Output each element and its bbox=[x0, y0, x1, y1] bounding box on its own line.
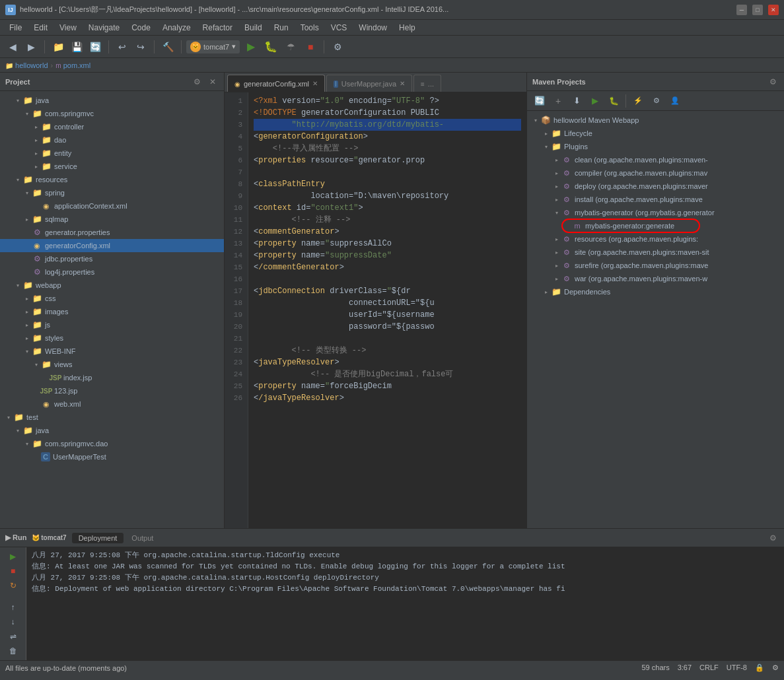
tree-item-generator.properties[interactable]: ⚙generator.properties bbox=[0, 226, 224, 239]
tree-item-views[interactable]: ▾📁views bbox=[0, 358, 224, 371]
maven-item-install[interactable]: ▸⚙install (org.apache.maven.plugins:mave bbox=[527, 193, 784, 206]
maven-generate-btn[interactable]: ⚙ bbox=[648, 92, 665, 110]
menu-item-build[interactable]: Build bbox=[239, 22, 267, 34]
maximize-button[interactable]: □ bbox=[752, 5, 763, 15]
tree-item-css[interactable]: ▸📁css bbox=[0, 292, 224, 305]
maven-item-deploy[interactable]: ▸⚙deploy (org.apache.maven.plugins:maver bbox=[527, 180, 784, 193]
menu-item-vcs[interactable]: VCS bbox=[326, 22, 353, 34]
maven-refresh-btn[interactable]: 🔄 bbox=[531, 92, 548, 110]
open-button[interactable]: 📁 bbox=[50, 38, 67, 55]
maven-item-mybatis-generator-generate[interactable]: mmybatis-generator:generate bbox=[527, 219, 784, 232]
forward-button[interactable]: ▶ bbox=[22, 38, 40, 55]
tree-item-log4j.properties[interactable]: ⚙log4j.properties bbox=[0, 265, 224, 279]
editor-tab----[interactable]: ≡... bbox=[413, 75, 441, 92]
menu-item-view[interactable]: View bbox=[54, 22, 82, 34]
undo-button[interactable]: ↩ bbox=[114, 38, 131, 55]
maven-run-btn[interactable]: ▶ bbox=[587, 92, 604, 110]
tree-item-test[interactable]: ▾📁test bbox=[0, 411, 224, 424]
stop-button[interactable]: ■ bbox=[302, 38, 319, 55]
breadcrumb-file[interactable]: m pom.xml bbox=[55, 61, 90, 69]
tree-item-test-java[interactable]: ▾📁java bbox=[0, 424, 224, 437]
menu-item-help[interactable]: Help bbox=[394, 22, 421, 34]
panel-settings-btn[interactable]: ⚙ bbox=[191, 76, 203, 88]
tree-item-styles[interactable]: ▸📁styles bbox=[0, 331, 224, 345]
breadcrumb-project[interactable]: 📁 helloworld bbox=[5, 61, 48, 69]
tree-item-sqlmap[interactable]: ▸📁sqlmap bbox=[0, 213, 224, 226]
tree-item-UserMapperTest[interactable]: CUserMapperTest bbox=[0, 450, 224, 463]
close-button[interactable]: ✕ bbox=[768, 5, 779, 15]
maven-item-helloworld[interactable]: ▾📦helloworld Maven Webapp bbox=[527, 114, 784, 127]
tree-item-generatorConfig.xml[interactable]: ◉generatorConfig.xml bbox=[0, 239, 224, 252]
maven-item-mybatis-generator[interactable]: ▾⚙mybatis-generator (org.mybatis.g.gener… bbox=[527, 206, 784, 219]
tree-item-index.jsp[interactable]: JSPindex.jsp bbox=[0, 371, 224, 384]
tree-item-webapp[interactable]: ▾📁webapp bbox=[0, 279, 224, 292]
maven-item-compiler[interactable]: ▸⚙compiler (org.apache.maven.plugins:mav bbox=[527, 166, 784, 180]
maven-profiles-btn[interactable]: 👤 bbox=[666, 92, 684, 110]
tree-item-spring[interactable]: ▾📁spring bbox=[0, 186, 224, 199]
tree-item-controller[interactable]: ▸📁controller bbox=[0, 120, 224, 133]
build-button[interactable]: 🔨 bbox=[159, 38, 176, 55]
run-stop-btn[interactable]: ■ bbox=[6, 564, 20, 577]
tree-item-entity[interactable]: ▸📁entity bbox=[0, 147, 224, 160]
tree-item-com.springmvc[interactable]: ▾📁com.springmvc bbox=[0, 107, 224, 120]
maven-item-dependencies[interactable]: ▸📁Dependencies bbox=[527, 285, 784, 298]
run-tab-output[interactable]: Output bbox=[125, 533, 160, 543]
tree-item-service[interactable]: ▸📁service bbox=[0, 160, 224, 173]
run-config-selector[interactable]: 🐱 tomcat7 ▾ bbox=[186, 40, 240, 53]
tree-item-java[interactable]: ▾📁java bbox=[0, 94, 224, 107]
menu-item-run[interactable]: Run bbox=[269, 22, 294, 34]
maven-item-war[interactable]: ▸⚙war (org.apache.maven.plugins:maven-w bbox=[527, 272, 784, 285]
tree-item-dao[interactable]: ▸📁dao bbox=[0, 133, 224, 147]
tree-item-js[interactable]: ▸📁js bbox=[0, 318, 224, 331]
run-redeploy-btn[interactable]: ↻ bbox=[6, 580, 20, 592]
tree-item-com.springmvc.dao[interactable]: ▾📁com.springmvc.dao bbox=[0, 437, 224, 450]
tab-close-btn[interactable]: ✕ bbox=[312, 80, 318, 87]
debug-button[interactable]: 🐛 bbox=[262, 38, 279, 55]
back-button[interactable]: ◀ bbox=[4, 38, 21, 55]
maven-item-resources[interactable]: ▸⚙resources (org.apache.maven.plugins: bbox=[527, 232, 784, 246]
run-restart-btn[interactable]: ▶ bbox=[6, 550, 20, 562]
tree-item-images[interactable]: ▸📁images bbox=[0, 305, 224, 318]
settings-button[interactable]: ⚙ bbox=[329, 38, 346, 55]
maven-item-plugins[interactable]: ▾📁Plugins bbox=[527, 140, 784, 153]
status-settings-icon[interactable]: ⚙ bbox=[772, 663, 779, 672]
sync-button[interactable]: 🔄 bbox=[87, 38, 104, 55]
run-button[interactable]: ▶ bbox=[242, 38, 260, 55]
maven-add-btn[interactable]: + bbox=[550, 92, 567, 110]
code-area[interactable]: <?xml version="1.0" encoding="UTF-8" ?><… bbox=[248, 92, 526, 528]
maven-item-clean[interactable]: ▸⚙clean (org.apache.maven.plugins:maven- bbox=[527, 153, 784, 166]
editor-tab-usermapper-java[interactable]: IUserMapper.java✕ bbox=[326, 75, 412, 92]
tree-item-web.xml[interactable]: ◉web.xml bbox=[0, 397, 224, 411]
menu-item-edit[interactable]: Edit bbox=[28, 22, 53, 34]
run-settings-btn[interactable]: ⚙ bbox=[767, 532, 779, 544]
menu-item-navigate[interactable]: Navigate bbox=[83, 22, 125, 34]
maven-item-surefire[interactable]: ▸⚙surefire (org.apache.maven.plugins:mav… bbox=[527, 259, 784, 272]
maven-debug-btn[interactable]: 🐛 bbox=[605, 92, 622, 110]
menu-item-file[interactable]: File bbox=[4, 22, 27, 34]
menu-item-refactor[interactable]: Refactor bbox=[197, 22, 238, 34]
redo-button[interactable]: ↪ bbox=[132, 38, 149, 55]
run-scroll-up-btn[interactable]: ↑ bbox=[6, 601, 20, 613]
minimize-button[interactable]: ─ bbox=[736, 5, 747, 15]
maven-item-site[interactable]: ▸⚙site (org.apache.maven.plugins:maven-s… bbox=[527, 246, 784, 259]
tree-item-jdbc.properties[interactable]: ⚙jdbc.properties bbox=[0, 252, 224, 265]
menu-item-analyze[interactable]: Analyze bbox=[157, 22, 196, 34]
save-button[interactable]: 💾 bbox=[68, 38, 85, 55]
run-tab-deployment[interactable]: Deployment bbox=[72, 533, 124, 543]
menu-item-code[interactable]: Code bbox=[126, 22, 156, 34]
maven-download-btn[interactable]: ⬇ bbox=[568, 92, 585, 110]
run-wrap-btn[interactable]: ⇌ bbox=[6, 630, 20, 642]
coverage-button[interactable]: ☂ bbox=[282, 38, 299, 55]
maven-settings-btn[interactable]: ⚙ bbox=[767, 76, 779, 88]
tab-close-btn[interactable]: ✕ bbox=[400, 80, 405, 87]
tree-item-WEB-INF[interactable]: ▾📁WEB-INF bbox=[0, 345, 224, 358]
tree-item-resources[interactable]: ▾📁resources bbox=[0, 173, 224, 186]
maven-skip-tests-btn[interactable]: ⚡ bbox=[629, 92, 647, 110]
menu-item-window[interactable]: Window bbox=[353, 22, 392, 34]
tree-item-123.jsp[interactable]: JSP123.jsp bbox=[0, 384, 224, 397]
editor-tab-generatorconfig-xml[interactable]: ◉generatorConfig.xml✕ bbox=[227, 75, 325, 92]
run-clear-btn[interactable]: 🗑 bbox=[6, 645, 20, 658]
menu-item-tools[interactable]: Tools bbox=[295, 22, 324, 34]
run-scroll-down-btn[interactable]: ↓ bbox=[6, 615, 20, 628]
tree-item-applicationContext.xml[interactable]: ◉applicationContext.xml bbox=[0, 199, 224, 213]
